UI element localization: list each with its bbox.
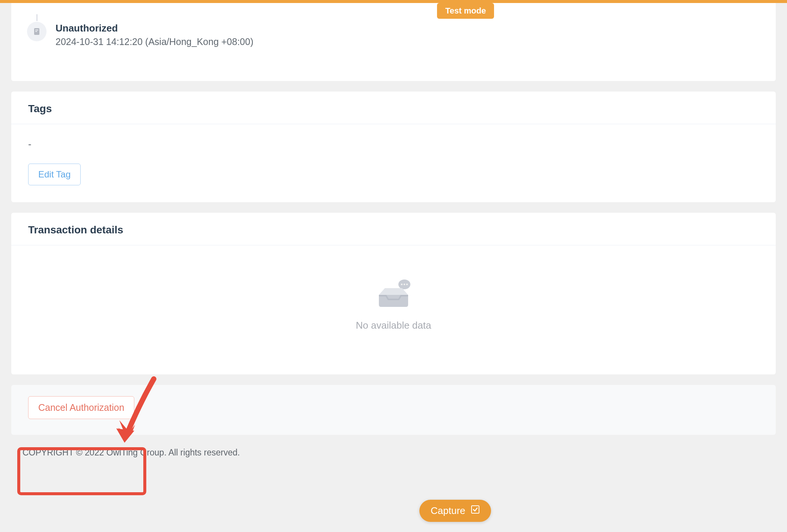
svg-point-5 <box>401 284 402 285</box>
check-icon <box>471 505 480 517</box>
document-icon <box>27 22 47 41</box>
tags-section-title: Tags <box>28 103 759 115</box>
status-title: Unauthorized <box>56 23 253 34</box>
status-card: Unauthorized 2024-10-31 14:12:20 (Asia/H… <box>11 3 776 81</box>
transaction-section-title: Transaction details <box>28 224 759 236</box>
copyright-text: COPYRIGHT © 2022 OwlTing Group. All righ… <box>11 445 776 461</box>
cancel-authorization-button[interactable]: Cancel Authorization <box>28 396 134 419</box>
tags-value: - <box>28 138 759 150</box>
capture-button[interactable]: Capture <box>419 500 491 522</box>
svg-point-7 <box>406 284 407 285</box>
top-bar <box>0 0 787 3</box>
capture-button-label: Capture <box>431 505 466 517</box>
timeline-line <box>36 14 38 21</box>
svg-rect-11 <box>472 506 479 513</box>
tags-card: Tags - Edit Tag <box>11 92 776 202</box>
status-timestamp: 2024-10-31 14:12:20 (Asia/Hong_Kong +08:… <box>56 36 253 47</box>
svg-rect-2 <box>35 31 37 32</box>
svg-rect-1 <box>35 30 38 30</box>
test-mode-badge: Test mode <box>437 3 494 19</box>
transaction-details-card: Transaction details <box>11 213 776 374</box>
edit-tag-button[interactable]: Edit Tag <box>28 164 81 185</box>
empty-inbox-icon <box>376 279 412 309</box>
action-bar: Cancel Authorization <box>11 385 776 435</box>
empty-state-text: No available data <box>356 320 431 331</box>
svg-point-6 <box>403 284 405 285</box>
timeline-icon-wrap <box>27 14 47 41</box>
